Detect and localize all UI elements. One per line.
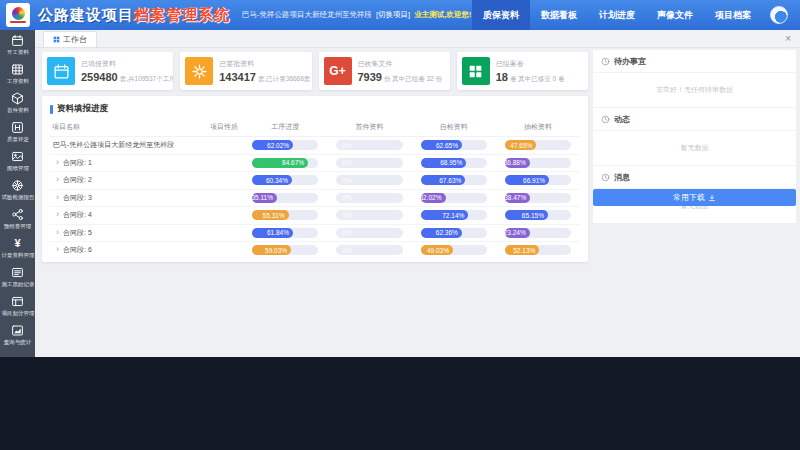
header-menu: 质保资料数据看板计划进度声像文件项目档案 [472, 0, 762, 30]
sidebar-item-5[interactable]: 试验检测报告 [0, 176, 35, 205]
topnav-item-3[interactable]: 声像文件 [646, 0, 704, 30]
chevron-right-icon[interactable]: › [56, 210, 59, 219]
progress-bar-fill: 0% [336, 140, 402, 150]
app-logo [6, 3, 30, 27]
row-project-name: ›合同段: 1 [50, 158, 205, 168]
progress-bar-track: 32.02% [421, 193, 487, 203]
col-header-project-name: 项目名称 [50, 122, 205, 132]
progress-bar-track: 66.91% [505, 175, 571, 185]
progress-bar-cell: 59.03% [243, 245, 327, 255]
table-row-5[interactable]: ›合同段: 561.84%0%62.36%23.24% [50, 225, 580, 243]
progress-bar-cell: 84.67% [243, 158, 327, 168]
th-icon [462, 57, 490, 85]
sidebar-item-9[interactable]: 项目划分管理 [0, 292, 35, 321]
clock-icon [601, 173, 610, 182]
progress-bar-cell: 36.88% [496, 158, 580, 168]
progress-bar-cell: 0% [327, 175, 411, 185]
stat-card-value: 18 [496, 71, 508, 83]
stat-card-3: 已组案卷18卷 其中已移交 0 卷 [457, 52, 588, 90]
progress-bar-fill: 68.95% [421, 158, 467, 168]
progress-bar-fill: 66.91% [505, 175, 549, 185]
sidebar-item-3[interactable]: 质量评定 [0, 118, 35, 147]
chevron-right-icon[interactable]: › [56, 245, 59, 254]
sidebar-item-6[interactable]: 预组卷管理 [0, 205, 35, 234]
row-project-name: ›合同段: 3 [50, 193, 205, 203]
sidebar-item-2[interactable]: 首件资料 [0, 89, 35, 118]
progress-bar-track: 72.14% [421, 210, 487, 220]
progress-bar-cell: 67.63% [412, 175, 496, 185]
progress-bar-fill: 61.84% [252, 228, 293, 238]
progress-bar-fill: 60.34% [252, 175, 292, 185]
switch-project-link[interactable]: [切换项目] [376, 10, 410, 20]
division-icon [11, 295, 24, 308]
sidebar-item-label: 预组卷管理 [4, 222, 31, 230]
right-section-title: 动态 [593, 108, 796, 131]
progress-bar-fill: 59.03% [252, 245, 291, 255]
chevron-right-icon[interactable]: › [56, 175, 59, 184]
table-row-4[interactable]: ›合同段: 455.31%0%72.14%65.15% [50, 207, 580, 225]
progress-bar-cell: 68.95% [412, 158, 496, 168]
sidebar-item-label: 项目划分管理 [1, 309, 34, 317]
progress-bar-cell: 49.03% [412, 245, 496, 255]
row-project-name: ›合同段: 5 [50, 228, 205, 238]
section-title-marker [50, 105, 53, 114]
col-header-first-item: 首件资料 [327, 122, 411, 132]
progress-bar-fill: 84.67% [252, 158, 308, 168]
topnav-item-1[interactable]: 数据看板 [530, 0, 588, 30]
progress-bar-cell: 47.65% [496, 140, 580, 150]
sidebar-item-label: 图纸管理 [7, 164, 29, 172]
table-row-2[interactable]: ›合同段: 260.34%0%67.63%66.91% [50, 172, 580, 190]
progress-bar-fill: 62.02% [252, 140, 293, 150]
sidebar-item-4[interactable]: 图纸管理 [0, 147, 35, 176]
right-panel-section-0: 待办事宜非常好！无任何待审数据 [593, 50, 796, 108]
sidebar-item-1[interactable]: 工序资料 [0, 60, 35, 89]
progress-bar-track: 65.15% [505, 210, 571, 220]
progress-bar-cell: 61.84% [243, 228, 327, 238]
col-header-self-check: 自检资料 [412, 122, 496, 132]
progress-bar-cell: 23.24% [496, 228, 580, 238]
col-header-spot-check: 抽检资料 [496, 122, 580, 132]
app-root: 公路建设项目档案管理系统 巴马-凭祥公路项目大新经龙州至凭祥段 [切换项目] 业… [0, 0, 800, 450]
sidebar-item-0[interactable]: 开工资料 [0, 31, 35, 60]
progress-bar-cell: 0% [327, 140, 411, 150]
table-row-6[interactable]: ›合同段: 659.03%0%49.03%52.13% [50, 242, 580, 259]
chevron-right-icon[interactable]: › [56, 193, 59, 202]
workbench-grid-icon [53, 36, 60, 43]
cube-icon [11, 92, 24, 105]
progress-bar-cell: 62.65% [412, 140, 496, 150]
progress-bar-fill: 23.24% [505, 228, 530, 238]
tab-workbench-label: 工作台 [63, 34, 87, 45]
stat-card-2: G+已收集文件7939份 其中已组卷 32 份 [319, 52, 450, 90]
stat-cards-row: 已填报资料259480套,共109537个工序已签批资料143417套,已计量3… [42, 52, 588, 90]
user-avatar[interactable] [770, 6, 788, 24]
sidebar-item-10[interactable]: 查询与统计 [0, 321, 35, 350]
share-icon [11, 208, 24, 221]
chevron-right-icon[interactable]: › [56, 228, 59, 237]
table-row-3[interactable]: ›合同段: 335.11%0%32.02%38.47% [50, 190, 580, 208]
sidebar-item-8[interactable]: 施工原始记录 [0, 263, 35, 292]
close-icon[interactable]: × [785, 34, 791, 44]
chevron-right-icon[interactable]: › [56, 158, 59, 167]
tab-bar: 工作台 × [35, 30, 800, 48]
progress-bar-cell: 35.11% [243, 193, 327, 203]
progress-bar-fill: 0% [336, 193, 402, 203]
sidebar-nav: 开工资料工序资料首件资料质量评定图纸管理试验检测报告预组卷管理¥计量资料管理施工… [0, 30, 35, 359]
table-row-1[interactable]: ›合同段: 184.67%0%68.95%36.88% [50, 155, 580, 173]
sidebar-item-label: 质量评定 [7, 135, 29, 143]
progress-bar-cell: 62.36% [412, 228, 496, 238]
topnav-item-0[interactable]: 质保资料 [472, 0, 530, 30]
progress-bar-cell: 0% [327, 245, 411, 255]
sidebar-item-7[interactable]: ¥计量资料管理 [0, 234, 35, 263]
progress-bar-cell: 52.13% [496, 245, 580, 255]
topnav-item-2[interactable]: 计划进度 [588, 0, 646, 30]
topnav-item-4[interactable]: 项目档案 [704, 0, 762, 30]
progress-bar-cell: 65.15% [496, 210, 580, 220]
common-download-button[interactable]: 常用下载 [593, 189, 796, 206]
progress-bar-track: 62.65% [421, 140, 487, 150]
table-body: 巴马-凭祥公路项目大新经龙州至凭祥段62.02%0%62.65%47.65%›合… [50, 137, 580, 259]
tab-workbench[interactable]: 工作台 [43, 31, 97, 47]
calendar-icon [11, 34, 24, 47]
progress-bar-fill: 0% [336, 210, 402, 220]
right-panel-section-1: 动态暂无数据 [593, 108, 796, 166]
stat-card-unit: 套,已计量36668套 [258, 75, 310, 84]
